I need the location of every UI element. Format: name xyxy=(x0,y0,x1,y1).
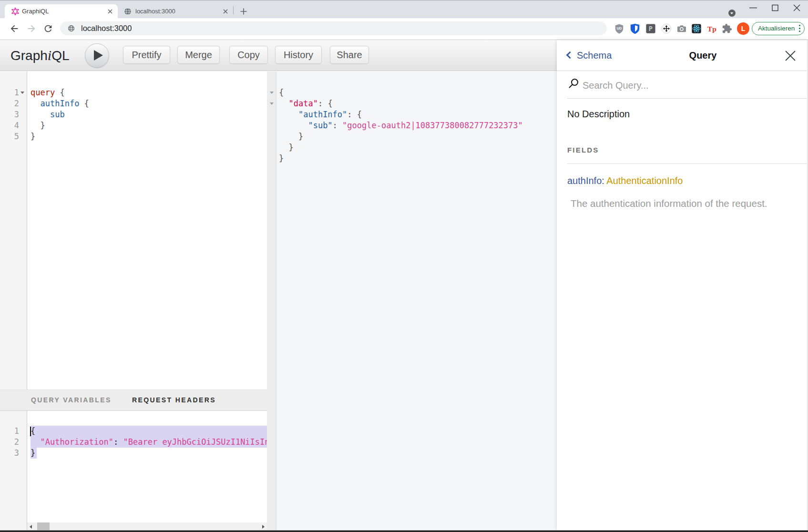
svg-text:UD: UD xyxy=(617,26,622,31)
field-type-link[interactable]: AuthenticationInfo xyxy=(606,175,683,186)
copy-button[interactable]: Copy xyxy=(229,46,268,64)
scroll-left-button[interactable] xyxy=(27,522,35,530)
chevron-left-icon xyxy=(566,51,574,59)
tab-title: localhost:3000 xyxy=(135,4,175,19)
puzzle-extensions-icon[interactable] xyxy=(722,23,732,34)
request-headers-editor[interactable]: 123 { "Authorization": "Bearer eyJhbGciO… xyxy=(0,411,267,530)
tab-close-icon[interactable] xyxy=(106,8,114,15)
camera-icon[interactable] xyxy=(676,23,687,34)
secondary-editor-titlebar[interactable]: QUERY VARIABLES REQUEST HEADERS xyxy=(0,389,267,411)
window-minimize-button[interactable] xyxy=(745,0,759,15)
line-numbers: 123 xyxy=(0,426,19,459)
svg-text:P: P xyxy=(649,25,653,32)
merge-button[interactable]: Merge xyxy=(177,46,220,64)
prettify-button[interactable]: Prettify xyxy=(123,46,170,64)
graphiql-topbar: GraphiQL Prettify Merge Copy History Sha… xyxy=(0,40,557,71)
doc-search-input[interactable] xyxy=(583,76,792,94)
tampermonkey-tp-icon[interactable]: Tp xyxy=(706,23,716,34)
response-fold-gutter[interactable] xyxy=(267,72,276,530)
react-devtools-icon[interactable] xyxy=(691,23,702,34)
headers-code[interactable]: { "Authorization": "Bearer eyJhbGciOiJSU… xyxy=(31,426,267,459)
text-cursor xyxy=(30,427,31,436)
tab-request-headers[interactable]: REQUEST HEADERS xyxy=(132,390,216,410)
doc-title: Query xyxy=(640,40,766,71)
svg-text:Tp: Tp xyxy=(707,25,716,33)
field-description: The authentication information of the re… xyxy=(571,198,767,209)
bitwarden-shield-icon[interactable] xyxy=(630,23,640,34)
globe-icon xyxy=(124,8,132,15)
graphql-logo-icon xyxy=(11,8,19,15)
doc-explorer-panel: Schema Query No Description FIELDS authI… xyxy=(557,40,808,530)
scroll-right-button[interactable] xyxy=(259,522,267,530)
new-tab-button[interactable] xyxy=(240,8,247,15)
fields-section-title: FIELDS xyxy=(567,146,599,154)
forward-icon[interactable] xyxy=(26,23,37,34)
menu-kebab-icon[interactable] xyxy=(798,25,800,32)
site-info-globe-icon[interactable] xyxy=(68,25,75,32)
play-icon xyxy=(94,50,103,61)
field-colon: : xyxy=(602,175,606,186)
window-maximize-button[interactable] xyxy=(767,0,782,15)
search-icon xyxy=(568,78,580,90)
fold-arrow-icon[interactable] xyxy=(270,92,274,94)
browser-window: GraphiQL localhost:3000 xyxy=(0,0,808,532)
tab-separator xyxy=(233,6,234,14)
back-icon[interactable] xyxy=(9,23,20,34)
tab-search-button[interactable] xyxy=(728,10,736,17)
fold-arrow-icon[interactable] xyxy=(270,102,274,105)
doc-back-link[interactable]: Schema xyxy=(567,40,612,71)
execute-query-button[interactable] xyxy=(85,43,109,68)
fields-divider xyxy=(567,164,808,164)
doc-close-icon[interactable] xyxy=(784,50,797,62)
field-name-link[interactable]: authInfo xyxy=(567,175,602,186)
fold-arrow-icon[interactable] xyxy=(20,92,24,94)
move-cross-icon[interactable] xyxy=(661,23,672,34)
tab-strip: GraphiQL localhost:3000 xyxy=(0,0,808,18)
field-row: authInfo: AuthenticationInfo xyxy=(567,175,683,186)
history-button[interactable]: History xyxy=(275,46,322,64)
profile-avatar[interactable]: L xyxy=(737,22,749,35)
address-bar[interactable]: localhost:3000 xyxy=(60,21,607,35)
pixel-p-icon[interactable]: P xyxy=(645,23,656,34)
tab-close-icon[interactable] xyxy=(222,8,229,15)
browser-toolbar: localhost:3000 UD P xyxy=(0,18,808,40)
url-text: localhost:3000 xyxy=(81,21,132,35)
horizontal-scrollbar[interactable] xyxy=(27,522,267,530)
share-button[interactable]: Share xyxy=(330,46,369,64)
doc-description: No Description xyxy=(567,109,630,120)
chrome-update-button[interactable]: Aktualisieren xyxy=(752,22,805,35)
scrollbar-thumb[interactable] xyxy=(37,522,50,530)
response-viewer[interactable]: { "data": { "authInfo": { "sub": "google… xyxy=(267,72,557,530)
tab-graphiql[interactable]: GraphiQL xyxy=(5,4,118,19)
avatar-initial: L xyxy=(741,25,746,32)
reload-icon[interactable] xyxy=(43,23,53,34)
update-label: Aktualisieren xyxy=(758,22,795,34)
tab-title: GraphiQL xyxy=(22,4,49,19)
query-code[interactable]: query { authInfo { sub }} xyxy=(31,87,89,142)
response-json: { "data": { "authInfo": { "sub": "google… xyxy=(279,87,523,164)
tab-localhost[interactable]: localhost:3000 xyxy=(119,4,233,19)
doc-search-row xyxy=(567,72,808,99)
graphiql-logo: GraphiQL xyxy=(10,40,70,71)
tab-query-variables[interactable]: QUERY VARIABLES xyxy=(31,390,112,410)
query-editor[interactable]: 12345 query { authInfo { sub }} xyxy=(0,72,267,389)
line-numbers: 12345 xyxy=(0,87,19,142)
window-close-button[interactable] xyxy=(789,0,804,15)
shield-ud-icon[interactable]: UD xyxy=(614,23,624,34)
